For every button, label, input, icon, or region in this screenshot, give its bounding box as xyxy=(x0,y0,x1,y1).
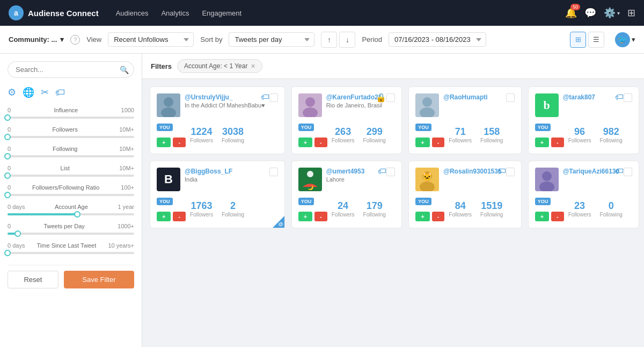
card-7-avatar: 🐱 xyxy=(415,168,439,191)
card-5-remove-button[interactable]: - xyxy=(173,212,186,221)
card-5-header: B @BiggBoss_LF India xyxy=(157,168,278,191)
card-2-username[interactable]: @KarenFurtado21 xyxy=(326,93,383,101)
card-3-remove-button[interactable]: - xyxy=(432,138,445,147)
card-7-add-button[interactable]: + xyxy=(415,212,429,221)
card-8-following: 0 Following xyxy=(600,200,623,218)
nav-engagement[interactable]: Engagement xyxy=(202,9,241,17)
notification-button[interactable]: 🔔 50 xyxy=(565,7,577,19)
card-8-remove-button[interactable]: - xyxy=(551,212,564,221)
card-6-checkbox[interactable] xyxy=(386,168,395,176)
card-3-add-button[interactable]: + xyxy=(415,138,429,147)
card-6-remove-button[interactable]: - xyxy=(314,212,327,221)
community-selector[interactable]: Community: ... ▾ xyxy=(9,35,64,44)
card-4-stats: 96 Followers 982 Following xyxy=(568,126,623,143)
card-6-bio: Lahore xyxy=(326,176,383,183)
scissors-icon[interactable]: ✂ xyxy=(41,86,49,98)
sort-select[interactable]: Tweets per day xyxy=(229,32,314,47)
card-3-following: 158 Following xyxy=(480,126,503,143)
card-5-username[interactable]: @BiggBoss_LF xyxy=(185,168,265,175)
sort-asc-button[interactable]: ↑ xyxy=(321,32,337,48)
sidebar: 🔍 ⚙ 🌐 ✂ 🏷 0Influence1000 0Followers10M+ … xyxy=(0,54,142,347)
card-2-lock-badge: 🔒 xyxy=(376,92,386,103)
card-3-username[interactable]: @RaoHumapti xyxy=(443,93,501,101)
settings-button[interactable]: ⚙️ ▾ xyxy=(604,7,620,19)
tag-icon[interactable]: 🏷 xyxy=(55,87,65,98)
card-7-you-badge: YOU xyxy=(415,198,431,205)
card-7-followers: 84 Followers xyxy=(449,200,472,218)
tag-icon-6: 🏷 xyxy=(378,167,386,176)
content-area: Filters Account Age: < 1 Year × @Urstrul… xyxy=(142,54,644,347)
slider-tweets-per-day: 0Tweets per Day1000+ xyxy=(8,223,134,235)
card-6-add-button[interactable]: + xyxy=(298,212,312,221)
card-8-add-button[interactable]: + xyxy=(535,212,549,221)
card-1-stats: 1224 Followers 3038 Following xyxy=(190,126,244,143)
slider-ff-ratio: 0Followers/Following Ratio100+ xyxy=(8,184,134,196)
globe-icon[interactable]: 🌐 xyxy=(23,86,34,98)
card-4-remove-button[interactable]: - xyxy=(551,138,564,147)
card-5-you-badge: YOU xyxy=(157,198,173,205)
card-6-username[interactable]: @umert4953 xyxy=(326,168,383,175)
notification-badge: 50 xyxy=(570,4,580,10)
card-8-checkbox[interactable] xyxy=(624,168,632,176)
card-4-username[interactable]: @tarak807 xyxy=(563,93,620,101)
card-3-checkbox[interactable] xyxy=(506,93,515,102)
search-box: 🔍 xyxy=(8,61,134,78)
view-label: View xyxy=(86,35,101,44)
twitter-account-button[interactable]: 🐦 ▾ xyxy=(615,32,635,47)
filter-tag-close[interactable]: × xyxy=(251,62,255,70)
slider-influence: 0Influence1000 xyxy=(8,107,134,119)
card-4-checkbox[interactable] xyxy=(624,93,632,102)
list-view-button[interactable]: ☰ xyxy=(588,32,604,48)
help-icon[interactable]: ? xyxy=(70,35,80,45)
card-4-following: 982 Following xyxy=(600,126,623,143)
period-label: Period xyxy=(362,35,382,44)
nav-audiences[interactable]: Audiences xyxy=(116,9,149,17)
grid-view-button[interactable]: ⊞ xyxy=(570,32,586,48)
message-button[interactable]: 💬 xyxy=(584,7,596,19)
card-2-checkbox[interactable] xyxy=(386,93,395,102)
card-1-remove-button[interactable]: - xyxy=(173,138,186,147)
app-name: Audiense Connect xyxy=(28,9,99,18)
card-7-username[interactable]: @Rosalin93001535 xyxy=(443,168,501,175)
card-8-actions: + - xyxy=(535,212,564,221)
app-header: a Audiense Connect Audiences Analytics E… xyxy=(0,0,644,26)
card-5-stats: 1763 Followers 2 Following xyxy=(190,200,244,218)
card-7-remove-button[interactable]: - xyxy=(432,212,445,221)
search-input[interactable] xyxy=(8,61,134,78)
twitter-dropdown-icon: ▾ xyxy=(632,35,635,44)
period-select[interactable]: 07/16/2023 - 08/16/2023 xyxy=(389,32,486,47)
sliders-icon[interactable]: ⚙ xyxy=(8,86,16,98)
svg-point-17 xyxy=(542,171,552,181)
reset-button[interactable]: Reset xyxy=(8,271,58,288)
sort-desc-button[interactable]: ↓ xyxy=(339,32,355,48)
card-4-add-button[interactable]: + xyxy=(535,138,549,147)
nav-analytics[interactable]: Analytics xyxy=(161,9,189,17)
card-7-checkbox[interactable] xyxy=(506,168,515,176)
card-2-add-button[interactable]: + xyxy=(298,138,312,147)
card-1-checkbox[interactable] xyxy=(269,93,278,102)
app-logo[interactable]: a Audiense Connect xyxy=(9,5,99,20)
grid-button[interactable]: ⊞ xyxy=(627,7,635,19)
card-5-bio: India xyxy=(185,176,265,183)
svg-text:🐱: 🐱 xyxy=(422,171,433,182)
card-7-following: 1519 Following xyxy=(480,200,503,218)
card-5-checkbox[interactable] xyxy=(269,168,278,176)
card-2-remove-button[interactable]: - xyxy=(314,138,327,147)
card-1-add-button[interactable]: + xyxy=(157,138,171,147)
card-6-followers: 24 Followers xyxy=(332,200,355,218)
card-5-add-button[interactable]: + xyxy=(157,212,171,221)
card-3-followers: 71 Followers xyxy=(449,126,472,143)
svg-point-1 xyxy=(164,97,173,107)
view-select[interactable]: Recent Unfollows xyxy=(108,32,194,47)
save-filter-button[interactable]: Save Filter xyxy=(64,271,134,288)
card-5-info: @BiggBoss_LF India xyxy=(185,168,265,183)
card-1-header: @UrstrulyVijju_ In the Addict Of MaheshB… xyxy=(157,93,278,117)
card-8-username[interactable]: @TariqueAzi66130 xyxy=(563,168,620,175)
card-1-info: @UrstrulyVijju_ In the Addict Of MaheshB… xyxy=(185,93,265,109)
card-3-stats: 71 Followers 158 Following xyxy=(449,126,503,143)
slider-following: 0Following10M+ xyxy=(8,146,134,157)
card-2-you-badge: YOU xyxy=(298,124,314,131)
card-1-username[interactable]: @UrstrulyVijju_ xyxy=(185,93,265,101)
sidebar-buttons: Reset Save Filter xyxy=(8,265,134,288)
card-2: @KarenFurtado21 Rio de Janeiro, Brasil Y… xyxy=(291,86,402,154)
